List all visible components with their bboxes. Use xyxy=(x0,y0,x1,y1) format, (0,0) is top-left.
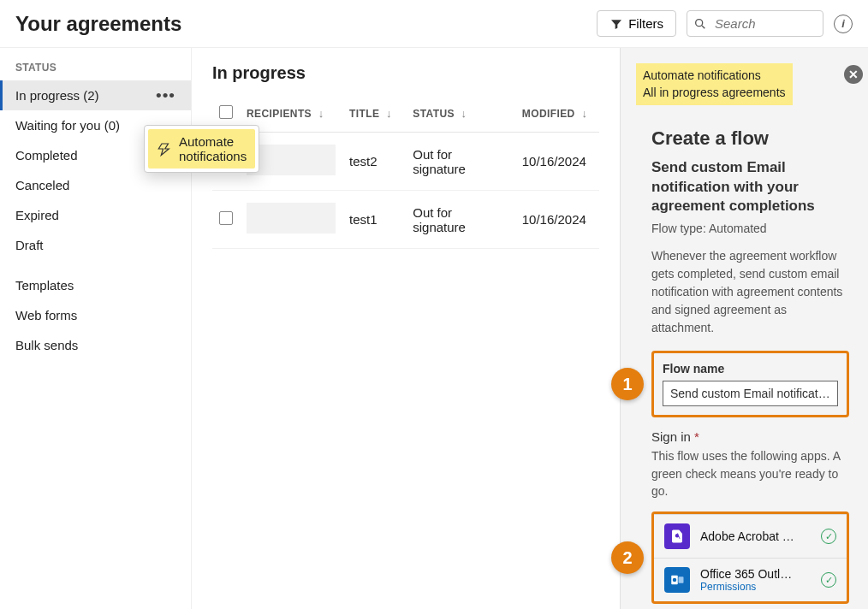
flow-name-input[interactable] xyxy=(663,381,838,406)
sidebar-item-inprogress[interactable]: In progress (2) ••• xyxy=(0,80,191,110)
recipient-redacted xyxy=(247,145,336,175)
sidebar-item-label: In progress (2) xyxy=(15,88,99,103)
breadcrumb: Automate notifications All in progress a… xyxy=(636,63,793,105)
sort-icon: ↓ xyxy=(461,107,467,120)
sidebar-item-canceled[interactable]: Canceled xyxy=(0,170,191,200)
status-heading: STATUS xyxy=(0,60,191,80)
sort-icon: ↓ xyxy=(318,107,324,120)
sort-icon: ↓ xyxy=(386,107,392,120)
app-name: Adobe Acrobat … xyxy=(700,529,811,543)
filter-icon xyxy=(609,17,623,31)
recipient-redacted xyxy=(247,203,336,234)
flow-type: Flow type: Automated xyxy=(651,222,849,235)
close-icon[interactable]: ✕ xyxy=(844,65,863,84)
sidebar-item-templates[interactable]: Templates xyxy=(0,270,191,300)
app-name: Office 365 Outl… xyxy=(700,567,811,581)
required-mark: * xyxy=(694,429,699,444)
row-title: test2 xyxy=(342,133,406,191)
flow-name-label: Flow name xyxy=(663,362,838,375)
flow-panel: ✕ Automate notifications All in progress… xyxy=(620,48,868,609)
tag-icon xyxy=(157,141,172,157)
sidebar-item-label: Templates xyxy=(15,278,74,293)
adobe-icon xyxy=(664,523,690,549)
svg-rect-3 xyxy=(679,577,684,584)
sidebar-item-label: Waiting for you (0) xyxy=(15,118,120,133)
svg-point-0 xyxy=(696,19,703,26)
panel-heading: Create a flow xyxy=(651,127,849,150)
info-icon[interactable]: i xyxy=(834,15,853,33)
section-title: In progress xyxy=(212,63,599,83)
col-status[interactable]: STATUS ↓ xyxy=(406,98,515,133)
app-row-outlook[interactable]: Office 365 Outl… Permissions ✓ xyxy=(654,558,847,601)
search-icon xyxy=(693,17,707,31)
apps-section: 2 Adobe Acrobat … ✓ xyxy=(651,511,849,604)
row-status: Out for signature xyxy=(406,133,515,191)
sidebar-item-label: Bulk sends xyxy=(15,338,78,352)
signin-label: Sign in * xyxy=(651,429,849,444)
sidebar-item-label: Draft xyxy=(15,238,44,252)
automate-popover[interactable]: Automate notifications xyxy=(144,125,259,173)
table-row[interactable]: test1 Out for signature 10/16/2024 xyxy=(212,191,599,249)
sort-icon: ↓ xyxy=(581,107,587,120)
row-status: Out for signature xyxy=(406,191,515,249)
svg-point-4 xyxy=(673,578,677,582)
panel-subtitle: Send custom Email notification with your… xyxy=(651,158,849,217)
crumb-line2: All in progress agreements xyxy=(643,84,786,101)
check-icon: ✓ xyxy=(821,529,836,544)
row-modified: 10/16/2024 xyxy=(515,191,599,249)
filters-button[interactable]: Filters xyxy=(597,10,676,37)
automate-label: Automate notifications xyxy=(179,134,247,163)
col-modified[interactable]: MODIFIED ↓ xyxy=(515,98,599,133)
sidebar-item-webforms[interactable]: Web forms xyxy=(0,300,191,330)
permissions-link[interactable]: Permissions xyxy=(700,581,811,593)
page-title: Your agreements xyxy=(15,12,586,36)
sidebar-item-bulksends[interactable]: Bulk sends xyxy=(0,330,191,360)
outlook-icon xyxy=(664,567,690,593)
col-title[interactable]: TITLE ↓ xyxy=(342,98,406,133)
search-input[interactable] xyxy=(687,10,823,37)
sidebar-item-label: Canceled xyxy=(15,178,69,192)
sidebar-item-label: Expired xyxy=(15,208,59,222)
svg-line-1 xyxy=(702,26,705,28)
crumb-line1: Automate notifications xyxy=(643,67,786,84)
sidebar-item-label: Completed xyxy=(15,148,78,163)
row-modified: 10/16/2024 xyxy=(515,133,599,191)
row-title: test1 xyxy=(342,191,406,249)
filters-label: Filters xyxy=(628,16,663,31)
signin-description: This flow uses the following apps. A gre… xyxy=(651,447,849,500)
sidebar: STATUS In progress (2) ••• Waiting for y… xyxy=(0,48,192,609)
check-icon: ✓ xyxy=(821,572,836,588)
sidebar-item-expired[interactable]: Expired xyxy=(0,200,191,230)
callout-badge-1: 1 xyxy=(611,368,644,400)
row-checkbox[interactable] xyxy=(219,211,233,225)
panel-description: Whenever the agreement workflow gets com… xyxy=(651,247,849,337)
sidebar-item-draft[interactable]: Draft xyxy=(0,230,191,260)
table-row[interactable]: test2 Out for signature 10/16/2024 xyxy=(212,133,599,191)
sidebar-item-label: Web forms xyxy=(15,308,77,322)
agreements-table: RECIPIENTS ↓ TITLE ↓ STATUS ↓ MODIFIED xyxy=(212,98,599,249)
callout-badge-2: 2 xyxy=(611,541,644,574)
checkbox-all[interactable] xyxy=(219,105,233,119)
app-row-adobe[interactable]: Adobe Acrobat … ✓ xyxy=(654,514,847,558)
flow-name-section: 1 Flow name xyxy=(651,351,849,417)
